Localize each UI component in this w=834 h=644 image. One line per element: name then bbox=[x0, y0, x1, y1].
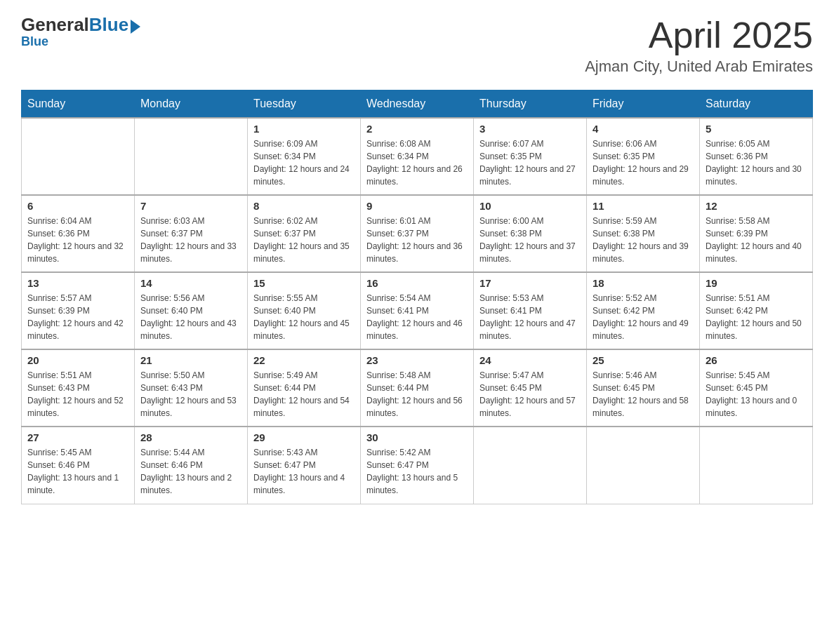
logo-underline: Blue bbox=[21, 34, 48, 49]
calendar-day-cell: 14Sunrise: 5:56 AMSunset: 6:40 PMDayligh… bbox=[135, 272, 248, 349]
logo-blue-text: Blue bbox=[89, 14, 128, 36]
calendar-week-row: 13Sunrise: 5:57 AMSunset: 6:39 PMDayligh… bbox=[22, 272, 813, 349]
days-of-week-row: SundayMondayTuesdayWednesdayThursdayFrid… bbox=[22, 90, 813, 119]
day-number: 28 bbox=[140, 431, 241, 443]
day-number: 13 bbox=[27, 277, 128, 289]
calendar-day-cell: 27Sunrise: 5:45 AMSunset: 6:46 PMDayligh… bbox=[22, 427, 135, 504]
day-info: Sunrise: 5:45 AMSunset: 6:45 PMDaylight:… bbox=[706, 369, 807, 420]
day-number: 15 bbox=[253, 277, 355, 289]
calendar-day-cell: 18Sunrise: 5:52 AMSunset: 6:42 PMDayligh… bbox=[587, 272, 700, 349]
day-info: Sunrise: 5:47 AMSunset: 6:45 PMDaylight:… bbox=[479, 369, 581, 420]
day-number: 14 bbox=[140, 277, 241, 289]
calendar-day-cell: 29Sunrise: 5:43 AMSunset: 6:47 PMDayligh… bbox=[248, 427, 361, 504]
calendar-day-cell: 5Sunrise: 6:05 AMSunset: 6:36 PMDaylight… bbox=[700, 118, 813, 195]
calendar-day-cell: 26Sunrise: 5:45 AMSunset: 6:45 PMDayligh… bbox=[700, 349, 813, 427]
day-info: Sunrise: 5:59 AMSunset: 6:38 PMDaylight:… bbox=[593, 215, 694, 265]
day-info: Sunrise: 5:48 AMSunset: 6:44 PMDaylight:… bbox=[366, 369, 468, 420]
calendar-day-cell: 3Sunrise: 6:07 AMSunset: 6:35 PMDaylight… bbox=[474, 118, 587, 195]
calendar-day-cell: 8Sunrise: 6:02 AMSunset: 6:37 PMDaylight… bbox=[248, 195, 361, 272]
day-number: 24 bbox=[479, 354, 581, 366]
logo-general-text: General bbox=[21, 14, 89, 36]
day-number: 9 bbox=[366, 200, 468, 212]
calendar-day-cell: 16Sunrise: 5:54 AMSunset: 6:41 PMDayligh… bbox=[361, 272, 474, 349]
day-number: 17 bbox=[479, 277, 581, 289]
day-info: Sunrise: 6:05 AMSunset: 6:36 PMDaylight:… bbox=[706, 137, 807, 188]
calendar-day-cell: 28Sunrise: 5:44 AMSunset: 6:46 PMDayligh… bbox=[135, 427, 248, 504]
day-number: 22 bbox=[253, 354, 355, 366]
day-info: Sunrise: 5:51 AMSunset: 6:43 PMDaylight:… bbox=[27, 369, 128, 420]
day-number: 23 bbox=[366, 354, 468, 366]
day-info: Sunrise: 6:06 AMSunset: 6:35 PMDaylight:… bbox=[593, 137, 694, 188]
calendar-week-row: 6Sunrise: 6:04 AMSunset: 6:36 PMDaylight… bbox=[22, 195, 813, 272]
day-info: Sunrise: 6:04 AMSunset: 6:36 PMDaylight:… bbox=[27, 215, 128, 265]
day-of-week-header: Monday bbox=[135, 90, 248, 119]
day-number: 6 bbox=[27, 200, 128, 212]
calendar-day-cell: 11Sunrise: 5:59 AMSunset: 6:38 PMDayligh… bbox=[587, 195, 700, 272]
day-info: Sunrise: 5:43 AMSunset: 6:47 PMDaylight:… bbox=[253, 446, 355, 497]
calendar-week-row: 20Sunrise: 5:51 AMSunset: 6:43 PMDayligh… bbox=[22, 349, 813, 427]
calendar-header: SundayMondayTuesdayWednesdayThursdayFrid… bbox=[22, 90, 813, 119]
calendar-body: 1Sunrise: 6:09 AMSunset: 6:34 PMDaylight… bbox=[22, 118, 813, 504]
calendar-day-cell: 22Sunrise: 5:49 AMSunset: 6:44 PMDayligh… bbox=[248, 349, 361, 427]
calendar-day-cell: 7Sunrise: 6:03 AMSunset: 6:37 PMDaylight… bbox=[135, 195, 248, 272]
day-info: Sunrise: 6:08 AMSunset: 6:34 PMDaylight:… bbox=[366, 137, 468, 188]
day-info: Sunrise: 5:55 AMSunset: 6:40 PMDaylight:… bbox=[253, 292, 355, 342]
day-info: Sunrise: 5:54 AMSunset: 6:41 PMDaylight:… bbox=[366, 292, 468, 342]
day-number: 20 bbox=[27, 354, 128, 366]
day-info: Sunrise: 5:44 AMSunset: 6:46 PMDaylight:… bbox=[140, 446, 241, 497]
calendar-day-cell: 12Sunrise: 5:58 AMSunset: 6:39 PMDayligh… bbox=[700, 195, 813, 272]
day-number: 12 bbox=[706, 200, 807, 212]
day-number: 2 bbox=[366, 123, 468, 135]
calendar-day-cell bbox=[474, 427, 587, 504]
calendar-day-cell: 25Sunrise: 5:46 AMSunset: 6:45 PMDayligh… bbox=[587, 349, 700, 427]
day-info: Sunrise: 5:53 AMSunset: 6:41 PMDaylight:… bbox=[479, 292, 581, 342]
day-info: Sunrise: 5:50 AMSunset: 6:43 PMDaylight:… bbox=[140, 369, 241, 420]
day-info: Sunrise: 5:57 AMSunset: 6:39 PMDaylight:… bbox=[27, 292, 128, 342]
day-info: Sunrise: 6:07 AMSunset: 6:35 PMDaylight:… bbox=[479, 137, 581, 188]
calendar-day-cell: 9Sunrise: 6:01 AMSunset: 6:37 PMDaylight… bbox=[361, 195, 474, 272]
day-number: 27 bbox=[27, 431, 128, 443]
day-of-week-header: Thursday bbox=[474, 90, 587, 119]
calendar-day-cell bbox=[22, 118, 135, 195]
calendar-day-cell: 30Sunrise: 5:42 AMSunset: 6:47 PMDayligh… bbox=[361, 427, 474, 504]
day-number: 10 bbox=[479, 200, 581, 212]
calendar-day-cell: 6Sunrise: 6:04 AMSunset: 6:36 PMDaylight… bbox=[22, 195, 135, 272]
calendar-day-cell: 20Sunrise: 5:51 AMSunset: 6:43 PMDayligh… bbox=[22, 349, 135, 427]
calendar-day-cell: 1Sunrise: 6:09 AMSunset: 6:34 PMDaylight… bbox=[248, 118, 361, 195]
calendar-day-cell: 17Sunrise: 5:53 AMSunset: 6:41 PMDayligh… bbox=[474, 272, 587, 349]
day-number: 4 bbox=[593, 123, 694, 135]
day-info: Sunrise: 6:09 AMSunset: 6:34 PMDaylight:… bbox=[253, 137, 355, 188]
day-number: 11 bbox=[593, 200, 694, 212]
calendar-table: SundayMondayTuesdayWednesdayThursdayFrid… bbox=[21, 90, 813, 504]
day-of-week-header: Saturday bbox=[700, 90, 813, 119]
day-info: Sunrise: 5:52 AMSunset: 6:42 PMDaylight:… bbox=[593, 292, 694, 342]
calendar-day-cell: 13Sunrise: 5:57 AMSunset: 6:39 PMDayligh… bbox=[22, 272, 135, 349]
day-of-week-header: Friday bbox=[587, 90, 700, 119]
day-info: Sunrise: 5:42 AMSunset: 6:47 PMDaylight:… bbox=[366, 446, 468, 497]
day-info: Sunrise: 6:02 AMSunset: 6:37 PMDaylight:… bbox=[253, 215, 355, 265]
location-subtitle: Ajman City, United Arab Emirates bbox=[585, 58, 813, 76]
day-number: 30 bbox=[366, 431, 468, 443]
calendar-day-cell: 24Sunrise: 5:47 AMSunset: 6:45 PMDayligh… bbox=[474, 349, 587, 427]
calendar-day-cell: 23Sunrise: 5:48 AMSunset: 6:44 PMDayligh… bbox=[361, 349, 474, 427]
calendar-week-row: 27Sunrise: 5:45 AMSunset: 6:46 PMDayligh… bbox=[22, 427, 813, 504]
day-of-week-header: Tuesday bbox=[248, 90, 361, 119]
day-number: 19 bbox=[706, 277, 807, 289]
month-year-title: April 2025 bbox=[585, 14, 813, 56]
day-number: 3 bbox=[479, 123, 581, 135]
day-number: 1 bbox=[253, 123, 355, 135]
day-info: Sunrise: 5:45 AMSunset: 6:46 PMDaylight:… bbox=[27, 446, 128, 497]
calendar-day-cell: 15Sunrise: 5:55 AMSunset: 6:40 PMDayligh… bbox=[248, 272, 361, 349]
day-info: Sunrise: 5:46 AMSunset: 6:45 PMDaylight:… bbox=[593, 369, 694, 420]
page-header: General Blue Blue April 2025 Ajman City,… bbox=[21, 14, 813, 76]
day-number: 7 bbox=[140, 200, 241, 212]
day-number: 29 bbox=[253, 431, 355, 443]
day-info: Sunrise: 5:49 AMSunset: 6:44 PMDaylight:… bbox=[253, 369, 355, 420]
calendar-day-cell: 10Sunrise: 6:00 AMSunset: 6:38 PMDayligh… bbox=[474, 195, 587, 272]
calendar-week-row: 1Sunrise: 6:09 AMSunset: 6:34 PMDaylight… bbox=[22, 118, 813, 195]
day-number: 8 bbox=[253, 200, 355, 212]
calendar-day-cell: 4Sunrise: 6:06 AMSunset: 6:35 PMDaylight… bbox=[587, 118, 700, 195]
day-number: 25 bbox=[593, 354, 694, 366]
calendar-day-cell: 2Sunrise: 6:08 AMSunset: 6:34 PMDaylight… bbox=[361, 118, 474, 195]
title-section: April 2025 Ajman City, United Arab Emira… bbox=[585, 14, 813, 76]
